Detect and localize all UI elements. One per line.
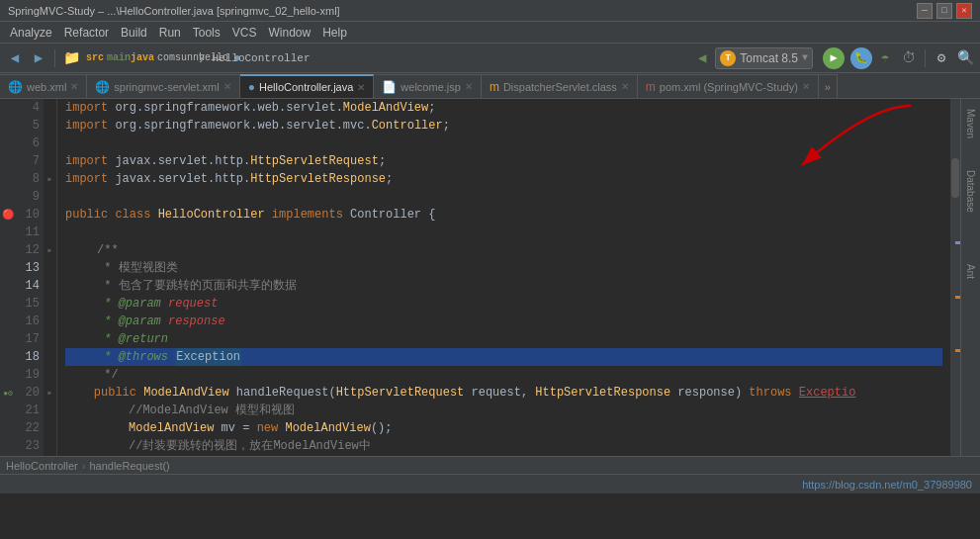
scrollbar-thumb[interactable] bbox=[951, 158, 959, 198]
search-button[interactable]: 🔍 bbox=[954, 47, 976, 69]
ln-19: 19 bbox=[26, 366, 40, 384]
tab-welcome-close[interactable]: ✕ bbox=[465, 81, 473, 92]
toolbar-forward-button[interactable]: ▶ bbox=[28, 47, 49, 69]
tab-springmvc-servlet[interactable]: 🌐 springmvc-servlet.xml ✕ bbox=[87, 74, 239, 98]
tab-hello-controller[interactable]: ● HelloController.java ✕ bbox=[240, 74, 375, 98]
code-line-17: * @return bbox=[65, 330, 942, 348]
tomcat-dropdown-arrow: ▼ bbox=[802, 52, 808, 63]
tomcat-selector[interactable]: T Tomcat 8.5 ▼ bbox=[715, 47, 813, 69]
menu-help[interactable]: Help bbox=[316, 24, 353, 42]
fold-4 bbox=[44, 99, 56, 117]
tab-pom-label: pom.xml (SpringMVC-Study) bbox=[660, 81, 798, 93]
gutter-line-8 bbox=[0, 170, 16, 188]
ln-20: 20 bbox=[26, 384, 40, 402]
menu-window[interactable]: Window bbox=[262, 24, 316, 42]
toolbar-src-button[interactable]: src bbox=[84, 47, 106, 69]
panel-maven[interactable]: Maven bbox=[963, 103, 978, 144]
code-line-16: * @param response bbox=[65, 313, 942, 330]
ln-10: 10 bbox=[26, 206, 40, 224]
breadcrumb-method: handleRequest() bbox=[89, 460, 169, 472]
code-line-12: /** bbox=[65, 241, 942, 259]
minimize-button[interactable]: — bbox=[917, 3, 933, 19]
tab-springmvc-close[interactable]: ✕ bbox=[223, 81, 231, 92]
toolbar-prev-button[interactable]: ◀ bbox=[691, 47, 713, 69]
toolbar-sep-2 bbox=[925, 49, 926, 67]
gutter-line-20: ●⚙ bbox=[0, 384, 16, 402]
fold-17 bbox=[44, 330, 56, 348]
code-line-20: public ModelAndView handleRequest(HttpSe… bbox=[65, 384, 942, 402]
fold-20: ▸ bbox=[44, 384, 56, 402]
left-gutter: 🔴 ●⚙ bbox=[0, 99, 16, 456]
ln-21: 21 bbox=[26, 402, 40, 419]
ln-23: 23 bbox=[26, 437, 40, 455]
fold-12: ▸ bbox=[44, 241, 56, 259]
gutter-line-6 bbox=[0, 135, 16, 152]
code-line-14: * 包含了要跳转的页面和共享的数据 bbox=[65, 277, 942, 295]
fold-15 bbox=[44, 295, 56, 313]
menu-tools[interactable]: Tools bbox=[187, 24, 226, 42]
gutter-line-19 bbox=[0, 366, 16, 384]
ln-6: 6 bbox=[33, 135, 40, 152]
gutter-line-21 bbox=[0, 402, 16, 419]
web-xml-icon: 🌐 bbox=[8, 80, 23, 94]
toolbar-controller-button[interactable]: HelloController bbox=[250, 47, 272, 69]
tab-hello-controller-label: HelloController.java bbox=[259, 81, 353, 93]
breadcrumb-controller: HelloController bbox=[6, 460, 78, 472]
panel-database[interactable]: Database bbox=[963, 164, 978, 219]
fold-16 bbox=[44, 313, 56, 330]
tab-web-xml-close[interactable]: ✕ bbox=[70, 81, 78, 92]
gutter-line-14 bbox=[0, 277, 16, 295]
coverage-button[interactable]: ☂ bbox=[874, 47, 896, 69]
tab-overflow[interactable]: » bbox=[819, 74, 838, 98]
tomcat-icon: T bbox=[720, 50, 736, 66]
menu-refactor[interactable]: Refactor bbox=[58, 24, 115, 42]
toolbar-main-button[interactable]: main bbox=[108, 47, 130, 69]
gutter-line-13 bbox=[0, 259, 16, 277]
toolbar-back-button[interactable]: ◀ bbox=[4, 47, 26, 69]
run-button[interactable]: ▶ bbox=[823, 47, 845, 69]
fold-23 bbox=[44, 437, 56, 455]
status-url[interactable]: https://blog.csdn.net/m0_37989980 bbox=[802, 479, 972, 491]
debug-button[interactable]: 🐛 bbox=[850, 47, 872, 69]
scroll-marker-2 bbox=[955, 296, 960, 299]
code-line-19: */ bbox=[65, 366, 942, 384]
menu-analyze[interactable]: Analyze bbox=[4, 24, 58, 42]
toolbar-java-button[interactable]: java bbox=[132, 47, 153, 69]
menu-run[interactable]: Run bbox=[153, 24, 187, 42]
tab-hello-controller-close[interactable]: ✕ bbox=[357, 82, 365, 93]
welcome-jsp-icon: 📄 bbox=[382, 80, 397, 94]
fold-21 bbox=[44, 402, 56, 419]
code-line-13: * 模型视图类 bbox=[65, 259, 942, 277]
tab-dispatcher-close[interactable]: ✕ bbox=[621, 81, 629, 92]
close-button[interactable]: ✕ bbox=[956, 3, 972, 19]
tab-dispatcher-servlet[interactable]: m DispatcherServlet.class ✕ bbox=[482, 74, 638, 98]
hello-controller-icon: ● bbox=[248, 80, 255, 94]
ln-13: 13 bbox=[26, 259, 40, 277]
maximize-button[interactable]: □ bbox=[936, 3, 952, 19]
code-line-18: * @throws Exception bbox=[65, 348, 942, 366]
vertical-scrollbar[interactable] bbox=[950, 99, 960, 456]
tab-pom-xml[interactable]: m pom.xml (SpringMVC-Study) ✕ bbox=[638, 74, 819, 98]
toolbar-com-button[interactable]: com bbox=[155, 47, 177, 69]
tab-pom-close[interactable]: ✕ bbox=[802, 81, 810, 92]
toolbar-sunny-button[interactable]: sunny bbox=[179, 47, 201, 69]
gutter-line-18 bbox=[0, 348, 16, 366]
window-controls[interactable]: — □ ✕ bbox=[917, 3, 972, 19]
ln-8: 8 bbox=[33, 170, 40, 188]
tab-web-xml[interactable]: 🌐 web.xml ✕ bbox=[0, 74, 87, 98]
profile-button[interactable]: ⏱ bbox=[898, 47, 920, 69]
menu-vcs[interactable]: VCS bbox=[226, 24, 263, 42]
panel-ant[interactable]: Ant bbox=[963, 258, 978, 285]
fold-9 bbox=[44, 188, 56, 206]
gutter-line-7 bbox=[0, 152, 16, 170]
scroll-marker-1 bbox=[955, 241, 960, 244]
settings-button[interactable]: ⚙ bbox=[931, 47, 952, 69]
code-editor[interactable]: import org.springframework.web.servlet.M… bbox=[57, 99, 950, 456]
tab-welcome-jsp[interactable]: 📄 welcome.jsp ✕ bbox=[374, 74, 482, 98]
ln-15: 15 bbox=[26, 295, 40, 313]
code-line-11 bbox=[65, 224, 942, 241]
code-line-9 bbox=[65, 188, 942, 206]
toolbar-folder-button[interactable]: 📁 bbox=[60, 47, 82, 69]
ln-18: 18 bbox=[26, 348, 40, 366]
menu-build[interactable]: Build bbox=[115, 24, 153, 42]
